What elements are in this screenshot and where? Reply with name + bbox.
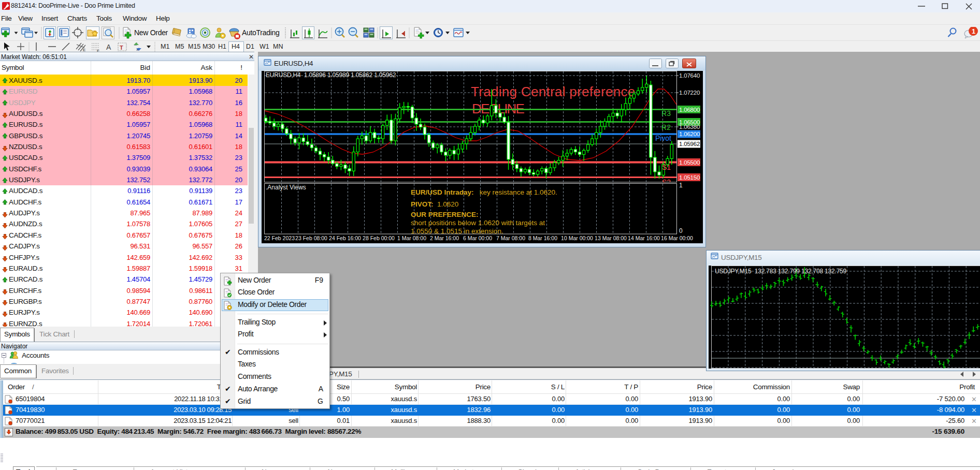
svg-text:R3: R3 [661, 109, 671, 118]
svg-text:R2: R2 [661, 123, 671, 131]
svg-text:1 Mar 08:00: 1 Mar 08:00 [397, 235, 426, 241]
svg-text:short positions below 1.0620 w: short positions below 1.0620 with target… [411, 219, 545, 227]
svg-text:1.07220: 1.07220 [679, 90, 700, 96]
svg-text:7 Mar 08:00: 7 Mar 08:00 [496, 235, 525, 241]
svg-text:USDJPY,M15: USDJPY,M15 [721, 254, 762, 261]
svg-text:1.06380: 1.06380 [679, 124, 700, 130]
svg-text:2 Mar 16:00: 2 Mar 16:00 [430, 235, 459, 241]
svg-text:13 Mar 08:00: 13 Mar 08:00 [595, 235, 627, 241]
svg-text:1.0550 & 1.0515 in extension.: 1.0550 & 1.0515 in extension. [411, 227, 503, 235]
svg-text:6 Mar 00:00: 6 Mar 00:00 [463, 235, 492, 241]
svg-text:PIVOT: 1.0620: PIVOT: 1.0620 [411, 200, 458, 208]
svg-text:22 Feb 2023: 22 Feb 2023 [264, 235, 295, 241]
svg-text:EUR/USD Intraday: key resist: EUR/USD Intraday: key resistance at 1.06… [411, 188, 557, 196]
svg-text:A: A [106, 43, 111, 51]
svg-text:0: 0 [679, 227, 683, 234]
svg-text:1.06800: 1.06800 [679, 107, 700, 113]
svg-text:EURUSD,H4: EURUSD,H4 [274, 60, 313, 67]
svg-text:1: 1 [972, 27, 975, 35]
svg-text:24 Feb 16:00: 24 Feb 16:00 [329, 235, 361, 241]
svg-text:8 Mar 16:00: 8 Mar 16:00 [528, 235, 557, 241]
svg-text:Trading Central preference: Trading Central preference [471, 84, 636, 99]
svg-text:Pivot: Pivot [655, 134, 671, 142]
svg-text:OUR PREFERENCE:: OUR PREFERENCE: [411, 211, 479, 218]
svg-text:USDJPY,M15 132.783 132.799 13: USDJPY,M15 132.783 132.799 132.708 132.7… [715, 268, 847, 275]
svg-text:.Analyst Views: .Analyst Views [266, 184, 306, 191]
svg-text:AutoTrading: AutoTrading [242, 28, 279, 37]
svg-text:16 Mar 00:00: 16 Mar 00:00 [661, 235, 693, 241]
svg-text:1.07640: 1.07640 [679, 72, 700, 79]
svg-text:1.06200: 1.06200 [679, 131, 700, 137]
svg-text:1.05150: 1.05150 [679, 174, 700, 181]
svg-text:T: T [120, 45, 123, 51]
svg-text:1.05500: 1.05500 [679, 159, 700, 166]
svg-text:28 Feb 00:00: 28 Feb 00:00 [363, 235, 395, 241]
svg-text:14 Mar 16:00: 14 Mar 16:00 [628, 235, 660, 241]
svg-text:1: 1 [679, 182, 683, 189]
svg-text:23 Feb 08:00: 23 Feb 08:00 [295, 235, 327, 241]
svg-text:EURUSD,H4 1.05896 1.05989 1.0: EURUSD,H4 1.05896 1.05989 1.05862 1.0596… [266, 71, 396, 79]
svg-text:1.05962: 1.05962 [679, 141, 700, 147]
svg-text:New Order: New Order [134, 28, 168, 37]
svg-text:DECLINE: DECLINE [472, 101, 525, 116]
svg-text:S1: S1 [662, 163, 671, 171]
svg-text:10 Mar 00:00: 10 Mar 00:00 [561, 235, 593, 241]
